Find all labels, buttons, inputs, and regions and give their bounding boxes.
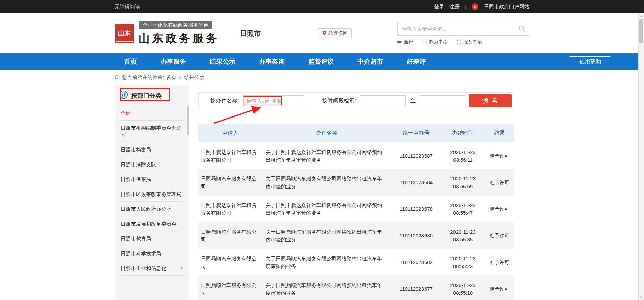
portal-link[interactable]: 日照市政府门户网站 [484, 4, 529, 10]
cell-finish-time: 2020-11-23 08:55:10 [441, 275, 485, 300]
finish-clock: 08:55:23 [453, 262, 473, 270]
sidebar-item-government-office[interactable]: 日照市人民政府办公室 [119, 202, 185, 216]
radio-unchecked-icon [457, 40, 461, 44]
table-row[interactable]: 日照鼎顺汽车服务有限公司 关于日照鼎顺汽车服务有限公司网络预约出租汽车年度审验的… [198, 275, 514, 300]
topbar-right: 登录 注册 | ★ 日照市政府门户网站 [434, 3, 529, 10]
cell-item-name: 关于日照市腾达众祥汽车租赁服务有限公司网络预约出租汽车年度审验的业务 [262, 196, 391, 222]
radio-checked-icon [397, 40, 402, 44]
sidebar-item-science-tech-bureau[interactable]: 日照市科学技术局 [119, 246, 185, 261]
cell-finish-time: 2020-11-23 08:55:47 [441, 196, 485, 222]
sidebar-item-org-committee-office[interactable]: 日照市机构编制委员会办公室 [119, 121, 185, 142]
login-link[interactable]: 登录 [434, 4, 444, 10]
accessibility-link[interactable]: 无障碍阅读 [115, 4, 140, 10]
nav-item-services[interactable]: 办事服务 [160, 57, 186, 66]
sidebar-title-bar: 按部门分类 [115, 85, 189, 106]
platform-badge: 全国一体化在线政务服务平台 [139, 21, 212, 29]
cell-applicant: 日照鼎顺汽车服务有限公司 [198, 169, 262, 196]
register-link[interactable]: 注册 [449, 4, 460, 10]
sidebar-item-archives-bureau[interactable]: 日照市档案局 [119, 142, 185, 157]
radio-service-items[interactable]: 服务事项 [457, 39, 482, 45]
date-to-input[interactable] [420, 95, 465, 106]
topbar-separator: | [465, 4, 466, 10]
cell-item-name: 关于日照鼎顺汽车服务有限公司网络预约出租汽车年度审验的业务 [262, 249, 391, 275]
sidebar-item-all[interactable]: 全部 [119, 106, 185, 121]
department-list: 全部 日照市机构编制委员会办公室 日照市档案局 日照市消防支队 日照市保密局 日… [115, 106, 189, 276]
help-button[interactable]: 使用帮助 [569, 56, 611, 67]
scrollbar-down-arrow[interactable]: ▼ [639, 296, 644, 299]
seal-logo-icon: 山东 [115, 24, 134, 43]
finish-date: 2020-11-23 [450, 228, 476, 236]
logo-text: 全国一体化在线政务服务平台 山东政务服务 [139, 21, 219, 46]
table-row[interactable]: 日照鼎顺汽车服务有限公司 关于日照鼎顺汽车服务有限公司网络预约出租汽车年度审验的… [198, 222, 514, 249]
item-name-input[interactable] [243, 95, 303, 106]
table-row[interactable]: 日照鼎顺汽车服务有限公司 关于日照鼎顺汽车服务有限公司网络预约出租汽车年度审验的… [198, 249, 514, 275]
breadcrumb-home-link[interactable]: 首页 [166, 74, 176, 81]
table-row[interactable]: 日照鼎顺汽车服务有限公司 关于日照鼎顺汽车服务有限公司网络预约出租汽车年度审验的… [198, 169, 514, 196]
table-row[interactable]: 日照市腾达众祥汽车租赁服务有限公司 关于日照市腾达众祥汽车租赁服务有限公司网络预… [198, 196, 514, 222]
finish-clock: 08:55:47 [453, 209, 473, 217]
cell-apply-id: 110112023684 [391, 169, 441, 196]
site-logo[interactable]: 山东 全国一体化在线政务服务平台 山东政务服务 [115, 21, 219, 46]
column-header-result: 结果 [485, 124, 514, 142]
nav-item-results-publicity[interactable]: 结果公示 [210, 57, 235, 66]
cell-item-name: 关于日照鼎顺汽车服务有限公司网络预约出租汽车年度审验的业务 [262, 275, 391, 300]
finish-date: 2020-11-23 [450, 255, 476, 262]
cell-result: 准予许可 [485, 222, 514, 249]
sidebar-item-industry-it-label: 日照市工业和信息化 [121, 265, 166, 272]
topbar: 无障碍阅读 登录 注册 | ★ 日照市政府门户网站 [0, 0, 644, 13]
time-filter-label: 按时间段检索: [322, 97, 356, 104]
table-row[interactable]: 日照市腾达众祥汽车租赁服务有限公司 关于日照市腾达众祥汽车租赁服务有限公司网络预… [198, 142, 514, 169]
content-area: 按部门分类 全部 日照市机构编制委员会办公室 日照市档案局 日照市消防支队 日照… [115, 85, 529, 300]
sidebar-item-fire-brigade[interactable]: 日照市消防支队 [119, 157, 185, 172]
sidebar-item-secrecy-bureau[interactable]: 日照市保密局 [119, 172, 185, 187]
cell-item-name: 关于日照市腾达众祥汽车租赁服务有限公司网络预约出租汽车年度审验的业务 [262, 142, 391, 169]
name-filter-label: 按办件名称: [210, 97, 239, 104]
search-icon[interactable] [518, 25, 526, 34]
nav-item-rating[interactable]: 好差评 [407, 57, 426, 66]
sidebar-item-development-reform[interactable]: 日照市发展和改革委员会 [119, 216, 185, 231]
finish-clock: 08:56:11 [453, 156, 472, 164]
scrollbar-thumb[interactable] [639, 19, 643, 43]
sidebar-scrollbar-thumb[interactable] [187, 106, 189, 135]
cell-finish-time: 2020-11-23 08:56:11 [441, 142, 485, 169]
radio-power-items[interactable]: 权力事项 [422, 39, 448, 45]
chevron-down-icon[interactable]: ▾ [180, 265, 183, 272]
site-header: 山东 全国一体化在线政务服务平台 山东政务服务 日照市 站点切换 [0, 13, 644, 53]
nav-item-consultation[interactable]: 办事咨询 [259, 57, 285, 66]
cell-item-name: 关于日照鼎顺汽车服务有限公司网络预约出租汽车年度审验的业务 [262, 169, 391, 196]
name-input-wrap [243, 95, 303, 106]
cell-apply-id: 110112023682 [391, 249, 441, 275]
search-button[interactable]: 搜 索 [469, 94, 512, 107]
nav-item-intermediary-market[interactable]: 中介超市 [357, 57, 383, 66]
finish-date: 2020-11-23 [450, 281, 476, 289]
to-label: 至 [410, 97, 416, 104]
radio-power-items-label: 权力事项 [429, 39, 448, 45]
sidebar-title: 按部门分类 [131, 92, 162, 100]
table-header-row: 申请人 办件名称 统一申办号 办结时间 结果 [198, 124, 514, 142]
sidebar-item-education-bureau[interactable]: 日照市教育局 [119, 231, 185, 246]
cell-result: 准予许可 [485, 196, 514, 222]
scrollbar-up-arrow[interactable]: ▲ [639, 14, 644, 18]
cell-result: 准予许可 [485, 275, 514, 300]
cell-apply-id: 110112023677 [391, 275, 441, 300]
site-switch-label: 站点切换 [328, 30, 347, 36]
breadcrumb-separator: > [179, 75, 182, 80]
date-from-input[interactable] [360, 95, 406, 106]
cell-applicant: 日照鼎顺汽车服务有限公司 [198, 222, 262, 249]
nav-item-supervision[interactable]: 监督评议 [308, 57, 334, 66]
sidebar-item-industry-it[interactable]: 日照市工业和信息化 ▾ [119, 261, 185, 276]
cell-apply-id: 110112023687 [391, 142, 441, 169]
search-area: 全部 权力事项 服务事项 [397, 22, 529, 45]
nav-item-home[interactable]: 首页 [124, 57, 137, 66]
finish-date: 2020-11-23 [450, 175, 476, 182]
breadcrumb-current: 结果公示 [184, 74, 204, 81]
location-pin-icon [322, 30, 327, 37]
city-name: 日照市 [240, 29, 261, 38]
radio-all[interactable]: 全部 [397, 39, 413, 45]
keyword-search-input[interactable] [397, 22, 529, 36]
column-header-finish-time: 办结时间 [441, 124, 485, 142]
page-scrollbar[interactable]: ▲ ▼ [638, 13, 644, 300]
sidebar-item-ethnic-religious-affairs[interactable]: 日照市民族宗教事务管理局 [119, 187, 185, 202]
cell-apply-id: 110112023680 [391, 222, 441, 249]
site-switch-button[interactable]: 站点切换 [318, 28, 352, 38]
